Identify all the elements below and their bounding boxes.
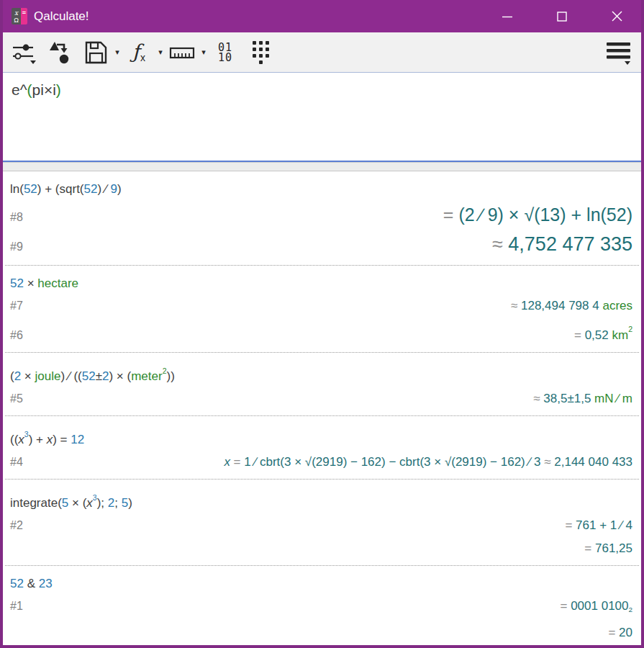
history-result-row: = 20 [10,624,632,642]
close-button[interactable] [589,0,644,32]
history-result-row: #8 = (2 ∕ 9) × √(13) + ln(52) [10,202,632,228]
keypad-button[interactable] [246,36,276,69]
keypad-icon [249,39,273,66]
window-controls [480,0,644,32]
history-index: #4 [10,453,23,472]
maximize-button[interactable] [535,0,589,32]
history-entry[interactable]: (2 × joule) ∕ ((52±2) × (meter2)) #5 ≈ 3… [3,353,641,415]
history-result: ≈ 38,5±1,5 mN ∕ m [533,390,632,408]
window-title: Qalculate! [34,9,480,24]
minimize-icon [502,12,512,22]
history-result: = (2 ∕ 9) × √(13) + ln(52) [443,202,632,228]
save-floppy-icon [83,40,109,66]
history-result-row: #4 x = 1 ∕ cbrt(3 × √(2919) − 162) − cbr… [10,453,632,472]
history-result: = 761,25 [584,539,632,558]
store-menu-caret[interactable]: ▾ [111,36,124,69]
history-result: = 0001 01002 [560,597,632,619]
functions-button[interactable]: ƒx [124,36,154,69]
history-result-row: #1 = 0001 01002 [10,597,632,619]
history-result-row: = 761,25 [10,539,632,558]
mode-sliders-icon [11,40,37,66]
history-entry[interactable]: 52 × hectare #7 ≈ 128,494 798 4 acres #6… [3,266,641,352]
expression-input-area[interactable]: e^(pi×i) [3,72,641,162]
close-icon [612,11,622,22]
convert-button[interactable] [45,36,75,69]
history-index: #5 [10,390,23,408]
history-expression: 52 × hectare [10,275,632,292]
input-history-separator [3,162,641,171]
history-result-row: #9 ≈ 4,752 477 335 [10,230,632,258]
units-menu-caret[interactable]: ▾ [197,36,210,69]
history-result-row: #5 ≈ 38,5±1,5 mN ∕ m [10,390,632,408]
history-entry[interactable]: ln(52) + (sqrt(52) ∕ 9) #8 = (2 ∕ 9) × √… [3,171,641,265]
history-index: #7 [10,297,23,315]
number-bases-icon: 0110 [218,42,232,63]
history-result: = 20 [608,624,632,642]
app-icon-x: x [14,9,18,17]
app-icon[interactable]: x Ω = [12,8,27,24]
history-result: ≈ 128,494 798 4 acres [511,297,632,315]
functions-menu-caret[interactable]: ▾ [154,36,167,69]
history-entry[interactable]: ((x3) + x) = 12 #4 x = 1 ∕ cbrt(3 × √(29… [3,416,641,479]
history-entry[interactable]: 52 & 23 #1 = 0001 01002 = 20 [3,566,641,645]
history-index: #2 [10,516,23,535]
store-button[interactable] [81,36,111,69]
history-list: ln(52) + (sqrt(52) ∕ 9) #8 = (2 ∕ 9) × √… [3,171,641,645]
history-result-row: #2 = 761 + 1 ∕ 4 [10,516,632,535]
history-result: = 761 + 1 ∕ 4 [565,516,632,535]
history-index: #9 [10,238,23,256]
titlebar: x Ω = Qalculate! [0,0,644,32]
app-icon-omega: Ω [14,17,19,24]
expression-input[interactable]: e^(pi×i) [12,81,632,99]
history-result-row: #7 ≈ 128,494 798 4 acres [10,297,632,315]
qalculate-window: x Ω = Qalculate! [0,0,644,648]
fx-icon: ƒx [132,42,145,63]
history-index: #1 [10,597,23,616]
history-result: = 0,52 km2 [574,320,632,345]
history-result: ≈ 4,752 477 335 [492,230,632,258]
history-entry[interactable]: integrate(5 × (x3); 2; 5) #2 = 761 + 1 ∕… [3,480,641,565]
history-expression: (2 × joule) ∕ ((52±2) × (meter2)) [10,362,632,385]
mode-button[interactable] [9,36,39,69]
history-result-row: #6 = 0,52 km2 [10,320,632,345]
menu-button[interactable] [604,36,634,69]
ruler-icon [168,40,196,66]
hamburger-menu-icon [605,39,632,66]
app-icon-left: x Ω [12,8,21,24]
history-expression: ln(52) + (sqrt(52) ∕ 9) [10,181,632,198]
history-index: #6 [10,326,23,345]
history-expression: ((x3) + x) = 12 [10,426,632,449]
history-result: x = 1 ∕ cbrt(3 × √(2919) − 162) − cbrt(3… [224,453,632,472]
app-icon-equals: = [21,8,27,24]
toolbar: ▾ ƒx ▾ ▾ 0110 [3,32,641,72]
history-index: #8 [10,208,23,227]
history-expression: integrate(5 × (x3); 2; 5) [10,489,632,512]
units-button[interactable] [167,36,197,69]
convert-icon [47,40,73,66]
number-bases-button[interactable]: 0110 [210,36,240,69]
maximize-icon [557,12,567,22]
history-expression: 52 & 23 [10,575,632,593]
minimize-button[interactable] [480,0,535,32]
